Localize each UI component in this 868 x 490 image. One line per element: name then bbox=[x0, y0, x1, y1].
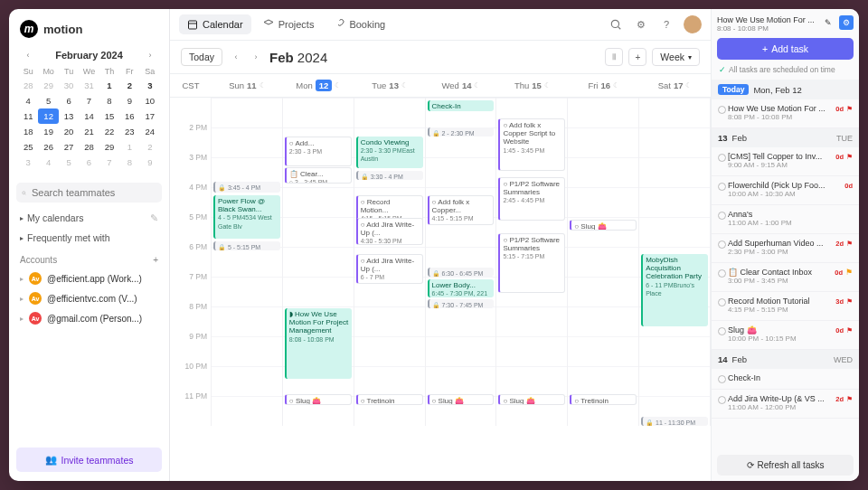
mini-cal-day[interactable]: 9 bbox=[119, 93, 139, 108]
mini-cal-day[interactable]: 17 bbox=[140, 108, 160, 124]
task-item[interactable]: Add Jira Write-Up (& VS ...2d⚑11:00 AM -… bbox=[712, 390, 859, 419]
avatar[interactable] bbox=[684, 15, 702, 33]
tab-booking[interactable]: Booking bbox=[326, 14, 393, 34]
mini-cal-day[interactable]: 16 bbox=[119, 108, 139, 124]
task-item[interactable]: Slug 👛0d⚑10:00 PM - 10:15 PM bbox=[712, 321, 859, 350]
next-month-icon[interactable]: › bbox=[144, 49, 156, 61]
mini-cal-day[interactable]: 18 bbox=[18, 124, 38, 139]
mini-cal-day[interactable]: 26 bbox=[38, 139, 58, 155]
view-selector[interactable]: Week ▾ bbox=[652, 48, 700, 66]
day-header[interactable]: Tue 13 ☾ bbox=[354, 74, 426, 97]
calendar-event[interactable]: ○ Tretinoin bbox=[356, 394, 423, 405]
mini-cal-day[interactable]: 28 bbox=[79, 139, 99, 155]
calendar-event[interactable]: 🔒 6:30 - 6:45 PM bbox=[428, 268, 495, 277]
logo[interactable]: m motion bbox=[16, 18, 162, 47]
pencil-icon[interactable]: ✎ bbox=[150, 212, 158, 223]
help-icon[interactable]: ? bbox=[658, 16, 675, 33]
calendar-event[interactable]: ○ Add Jira Write-Up (...4:30 - 5:30 PM bbox=[356, 218, 423, 245]
tab-calendar[interactable]: Calendar bbox=[179, 14, 251, 34]
calendar-event[interactable]: Check-In bbox=[428, 100, 495, 111]
mini-cal-day[interactable]: 8 bbox=[99, 93, 119, 108]
calendar-event[interactable]: Lower Body...6:45 - 7:30 PM, 221 bbox=[428, 279, 495, 297]
mini-cal-day[interactable]: 21 bbox=[79, 124, 99, 139]
calendar-grid[interactable]: 2 PM3 PM4 PM5 PM6 PM7 PM8 PM9 PM10 PM11 … bbox=[170, 98, 711, 481]
calendar-event[interactable]: ○ Add folk x Copper...4:15 - 5:15 PM bbox=[428, 195, 495, 225]
mini-cal-day[interactable]: 29 bbox=[38, 78, 58, 93]
density-icon[interactable]: ⦀ bbox=[605, 48, 623, 66]
calendar-event[interactable]: ○ Slug 👛 bbox=[570, 220, 637, 231]
mini-cal-day[interactable]: 31 bbox=[79, 78, 99, 93]
mini-cal-day[interactable]: 2 bbox=[119, 78, 139, 93]
mini-cal-day[interactable]: 4 bbox=[18, 93, 38, 108]
mini-cal-day[interactable]: 7 bbox=[99, 155, 119, 170]
mini-cal-day[interactable]: 3 bbox=[18, 155, 38, 170]
mini-cal-day[interactable]: 24 bbox=[140, 124, 160, 139]
mini-cal-day[interactable]: 27 bbox=[59, 139, 79, 155]
task-item[interactable]: Record Motion Tutorial3d⚑4:15 PM - 5:15 … bbox=[712, 292, 859, 321]
mini-cal-day[interactable]: 11 bbox=[18, 108, 38, 124]
add-icon[interactable]: + bbox=[628, 48, 646, 66]
day-header[interactable]: Sun 11 ☾ bbox=[212, 74, 283, 97]
calendar-event[interactable]: ○ Add folk x Copper Script to Website1:4… bbox=[498, 118, 565, 171]
calendar-event[interactable]: ○ Slug 👛 bbox=[498, 394, 565, 405]
calendar-event[interactable]: 🔒 3:30 - 4 PM bbox=[356, 171, 423, 180]
calendar-event[interactable]: ◗ How We Use Motion For Project Manageme… bbox=[285, 308, 352, 379]
calendar-event[interactable]: 🔒 5 - 5:15 PM bbox=[213, 241, 280, 250]
calendar-event[interactable]: ○ Tretinoin bbox=[570, 394, 637, 405]
calendar-event[interactable]: 🔒 7:30 - 7:45 PM bbox=[428, 299, 495, 308]
task-item[interactable]: Anna's11:00 AM - 1:00 PM bbox=[712, 205, 859, 234]
tab-projects[interactable]: Projects bbox=[255, 14, 323, 34]
calendar-event[interactable]: MobyDish Acquisition Celebration Party6 … bbox=[641, 254, 708, 326]
add-account-icon[interactable]: + bbox=[153, 255, 158, 265]
calendar-event[interactable]: ○ Add Jira Write-Up (...6 - 7 PM bbox=[356, 254, 423, 284]
calendar-event[interactable]: ○ Add...2:30 - 3 PM bbox=[285, 137, 352, 166]
mini-cal-day[interactable]: 6 bbox=[79, 155, 99, 170]
mini-cal-day[interactable]: 7 bbox=[79, 93, 99, 108]
mini-cal-day[interactable]: 5 bbox=[38, 93, 58, 108]
calendar-event[interactable]: 🔒 2 - 2:30 PM bbox=[428, 127, 495, 137]
mini-cal-day[interactable]: 9 bbox=[140, 155, 160, 170]
day-header[interactable]: Wed 14 ☾ bbox=[426, 74, 497, 97]
calendar-event[interactable]: 📋 Clear...○ 3 - 3:45 PM bbox=[285, 167, 352, 184]
day-header[interactable]: Mon 12 ☾ bbox=[283, 74, 354, 97]
account-row[interactable]: ▸Av@gmail.com (Person...) bbox=[16, 308, 162, 328]
calendar-event[interactable]: 🔒 3:45 - 4 PM bbox=[213, 182, 280, 193]
mini-cal-day[interactable]: 23 bbox=[119, 124, 139, 139]
mini-cal-day[interactable]: 12 bbox=[38, 108, 58, 124]
mini-cal-day[interactable]: 15 bbox=[99, 108, 119, 124]
task-item[interactable]: Flowerchild (Pick Up Foo...0d10:00 AM - … bbox=[712, 176, 859, 205]
task-item[interactable]: Add Superhuman Video ...2d⚑2:30 PM - 3:0… bbox=[712, 234, 859, 263]
calendar-event[interactable]: ○ Slug 👛 bbox=[285, 394, 352, 405]
prev-week-icon[interactable]: ‹ bbox=[230, 51, 242, 63]
my-calendars-row[interactable]: ▸My calendars ✎ bbox=[16, 208, 162, 228]
mini-cal-day[interactable]: 1 bbox=[119, 139, 139, 155]
search-input[interactable] bbox=[32, 187, 156, 198]
calendar-event[interactable]: ○ Slug 👛 bbox=[428, 394, 495, 405]
invite-teammates-button[interactable]: 👥 Invite teammates bbox=[16, 448, 162, 472]
task-item[interactable]: 📋 Clear Contact Inbox0d⚑3:00 PM - 3:45 P… bbox=[712, 263, 859, 292]
mini-cal-day[interactable]: 19 bbox=[38, 124, 58, 139]
calendar-event[interactable]: ○ P1/P2 Software Summaries2:45 - 4:45 PM bbox=[498, 177, 565, 221]
task-item[interactable]: [CMS] Tell Copper to Inv...0d⚑9:00 AM - … bbox=[712, 147, 859, 176]
mini-cal-day[interactable]: 6 bbox=[59, 93, 79, 108]
mini-cal-day[interactable]: 22 bbox=[99, 124, 119, 139]
calendar-event[interactable]: Power Flow @ Black Swan...4 - 5 PM4534 W… bbox=[213, 195, 280, 239]
prev-month-icon[interactable]: ‹ bbox=[22, 49, 34, 61]
mini-cal-day[interactable]: 29 bbox=[99, 139, 119, 155]
search-teammates[interactable] bbox=[16, 183, 162, 203]
mini-cal-day[interactable]: 4 bbox=[38, 155, 58, 170]
mini-cal-day[interactable]: 3 bbox=[140, 78, 160, 93]
mini-cal-day[interactable]: 1 bbox=[99, 78, 119, 93]
refresh-tasks-button[interactable]: ⟳ Refresh all tasks bbox=[717, 455, 854, 476]
today-button[interactable]: Today bbox=[181, 48, 222, 66]
mini-cal-day[interactable]: 2 bbox=[140, 139, 160, 155]
mini-cal-day[interactable]: 8 bbox=[119, 155, 139, 170]
gear-icon[interactable]: ⚙ bbox=[633, 16, 649, 33]
task-item[interactable]: How We Use Motion For ...0d⚑8:08 PM - 10… bbox=[712, 99, 859, 128]
task-list[interactable]: TodayMon, Feb 12How We Use Motion For ..… bbox=[712, 80, 859, 449]
frequently-met-row[interactable]: ▸Frequently met with bbox=[16, 228, 162, 248]
account-row[interactable]: ▸Av@efficientvc.com (V...) bbox=[16, 288, 162, 308]
task-item[interactable]: Check-In bbox=[712, 369, 859, 390]
mini-cal-day[interactable]: 30 bbox=[59, 78, 79, 93]
day-header[interactable]: Fri 16 ☾ bbox=[568, 74, 639, 97]
